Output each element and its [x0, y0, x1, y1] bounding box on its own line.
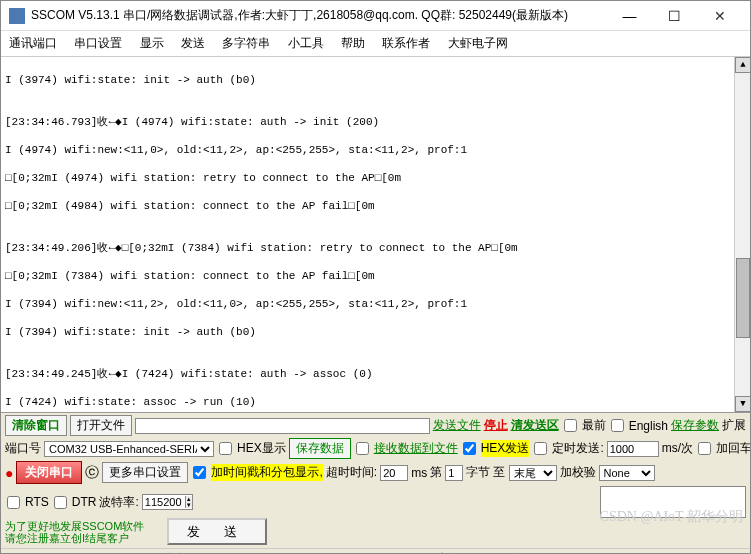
- page-label: 第: [430, 464, 442, 481]
- topmost-label: 最前: [582, 417, 606, 434]
- byte-to-select[interactable]: 末尾 ▼: [509, 465, 557, 481]
- menu-send[interactable]: 发送: [181, 36, 205, 50]
- checksum-label: 加校验: [560, 464, 596, 481]
- menu-help[interactable]: 帮助: [341, 36, 365, 50]
- add-timestamp-checkbox[interactable]: [193, 466, 206, 479]
- menu-serial-settings[interactable]: 串口设置: [74, 36, 122, 50]
- watermark: CSDN @AIoT-韶华分明: [600, 508, 743, 526]
- hex-send-checkbox[interactable]: [463, 442, 476, 455]
- file-path-input[interactable]: [135, 418, 430, 434]
- maximize-button[interactable]: ☐: [652, 2, 697, 30]
- log-line: [23:34:46.793]收←◆I (4974) wifi:state: au…: [5, 115, 746, 129]
- log-line: I (7394) wifi:new:<11,2>, old:<11,0>, ap…: [5, 297, 746, 311]
- log-line: □[0;32mI (4984) wifi station: connect to…: [5, 199, 746, 213]
- close-button[interactable]: ✕: [697, 2, 742, 30]
- clear-send-link[interactable]: 清发送区: [511, 417, 559, 434]
- timed-send-checkbox[interactable]: [534, 442, 547, 455]
- port-label: 端口号: [5, 440, 41, 457]
- stop-link[interactable]: 停止: [484, 417, 508, 434]
- footer-links: ▲Q群满员了,没有第二个群 ★合宙高性价比4G模块 ★RT-Thread中国人的…: [1, 548, 750, 554]
- record-icon: ●: [5, 465, 13, 481]
- log-line: I (7394) wifi:state: init -> auth (b0): [5, 325, 746, 339]
- timeout-input[interactable]: [380, 465, 408, 481]
- log-line: I (3974) wifi:state: init -> auth (b0): [5, 73, 746, 87]
- byte-from-input[interactable]: [445, 465, 463, 481]
- baud-input[interactable]: [143, 495, 185, 509]
- scroll-down-icon[interactable]: ▼: [735, 396, 750, 412]
- add-cr-label: 加回车: [716, 440, 751, 457]
- recv-to-file-label[interactable]: 接收数据到文件: [374, 440, 458, 457]
- tip-line1: 为了更好地发展SSCOM软件: [5, 520, 144, 532]
- menu-display[interactable]: 显示: [140, 36, 164, 50]
- save-data-button[interactable]: 保存数据: [289, 438, 351, 459]
- hex-send-label: HEX发送: [481, 440, 530, 457]
- timed-interval-input[interactable]: [607, 441, 659, 457]
- scrollbar[interactable]: ▲ ▼: [734, 57, 750, 412]
- byte-unit: 字节 至: [466, 464, 505, 481]
- log-line: I (4974) wifi:new:<11,0>, old:<11,2>, ap…: [5, 143, 746, 157]
- control-panel: 清除窗口 打开文件 发送文件 停止 清发送区 最前 English 保存参数 扩…: [1, 413, 750, 548]
- titlebar: SSCOM V5.13.1 串口/网络数据调试器,作者:大虾丁丁,2618058…: [1, 1, 750, 31]
- extend-link[interactable]: 扩展: [722, 417, 746, 434]
- hex-display-label: HEX显示: [237, 440, 286, 457]
- app-icon: [9, 8, 25, 24]
- dtr-checkbox[interactable]: [54, 496, 67, 509]
- baud-spinner[interactable]: ▲▼: [142, 494, 193, 510]
- english-label: English: [629, 419, 668, 433]
- menu-multistring[interactable]: 多字符串: [222, 36, 270, 50]
- scroll-thumb[interactable]: [736, 258, 750, 338]
- menu-website[interactable]: 大虾电子网: [448, 36, 508, 50]
- rts-checkbox[interactable]: [7, 496, 20, 509]
- minimize-button[interactable]: —: [607, 2, 652, 30]
- menu-contact[interactable]: 联系作者: [382, 36, 430, 50]
- rts-label: RTS: [25, 495, 49, 509]
- menu-port[interactable]: 通讯端口: [9, 36, 57, 50]
- tip-line2: 请您注册嘉立创I结尾客户: [5, 532, 144, 544]
- log-line: [23:34:49.245]收←◆I (7424) wifi:state: au…: [5, 367, 746, 381]
- scroll-up-icon[interactable]: ▲: [735, 57, 750, 73]
- menu-tools[interactable]: 小工具: [288, 36, 324, 50]
- log-line: I (7424) wifi:state: assoc -> run (10): [5, 395, 746, 409]
- english-checkbox[interactable]: [611, 419, 624, 432]
- close-port-button[interactable]: 关闭串口: [16, 461, 82, 484]
- log-line: [23:34:49.206]收←◆□[0;32mI (7384) wifi st…: [5, 241, 746, 255]
- send-button[interactable]: 发 送: [167, 518, 267, 545]
- hex-display-checkbox[interactable]: [219, 442, 232, 455]
- log-output[interactable]: I (3974) wifi:state: init -> auth (b0) […: [1, 57, 750, 413]
- timeout-label: 超时时间:: [326, 464, 377, 481]
- log-line: □[0;32mI (7384) wifi station: connect to…: [5, 269, 746, 283]
- window-title: SSCOM V5.13.1 串口/网络数据调试器,作者:大虾丁丁,2618058…: [31, 7, 607, 24]
- topmost-checkbox[interactable]: [564, 419, 577, 432]
- timed-unit-label: ms/次: [662, 440, 693, 457]
- more-settings-button[interactable]: 更多串口设置: [102, 462, 188, 483]
- checksum-select[interactable]: None: [599, 465, 655, 481]
- timed-send-label: 定时发送:: [552, 440, 603, 457]
- open-file-button[interactable]: 打开文件: [70, 415, 132, 436]
- clear-window-button[interactable]: 清除窗口: [5, 415, 67, 436]
- spin-down-icon[interactable]: ▼: [186, 502, 192, 508]
- dtr-label: DTR: [72, 495, 97, 509]
- send-file-link[interactable]: 发送文件: [433, 417, 481, 434]
- add-timestamp-label: 加时间戳和分包显示,: [211, 464, 322, 481]
- save-params-link[interactable]: 保存参数: [671, 417, 719, 434]
- add-cr-checkbox[interactable]: [698, 442, 711, 455]
- baud-label: 波特率:: [99, 494, 138, 511]
- timeout-unit: ms: [411, 466, 427, 480]
- recv-to-file-checkbox[interactable]: [356, 442, 369, 455]
- menubar: 通讯端口 串口设置 显示 发送 多字符串 小工具 帮助 联系作者 大虾电子网: [1, 31, 750, 57]
- port-select[interactable]: COM32 USB-Enhanced-SERIAL-I ▼: [44, 441, 214, 457]
- log-line: □[0;32mI (4974) wifi station: retry to c…: [5, 171, 746, 185]
